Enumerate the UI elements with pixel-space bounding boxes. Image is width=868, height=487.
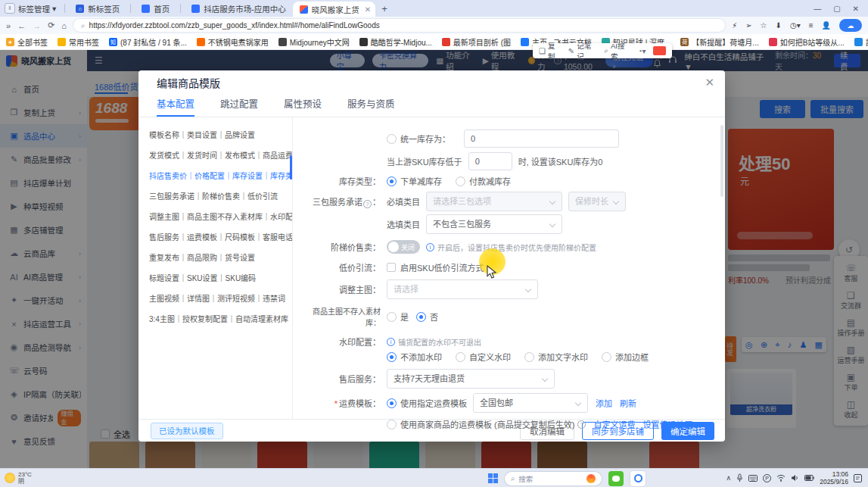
home-icon[interactable]: ⌂ xyxy=(61,21,67,30)
back-icon[interactable]: ← xyxy=(17,21,26,30)
close-window-button[interactable]: ✕ xyxy=(853,5,859,13)
download-icon[interactable]: ⬇ xyxy=(776,21,782,30)
menu-scrollbar-thumb[interactable] xyxy=(290,155,292,180)
refresh-link[interactable]: 刷新 xyxy=(620,397,636,409)
modal-tab[interactable]: 服务与资质 xyxy=(347,95,395,117)
share-icon[interactable]: ➢ xyxy=(745,21,751,30)
tab-douyin-market[interactable]: 抖店服务市场-应用中心 xyxy=(185,0,293,17)
history-icon[interactable]: ◷▾ xyxy=(790,21,801,30)
url-field[interactable]: ⌕ https://xfdyorder.zzbtool.com/zzb_supe… xyxy=(73,19,725,32)
remote-area-link[interactable]: 设置偏远地区 xyxy=(642,418,692,430)
freight-specified-radio[interactable]: 使用指定运费模板 xyxy=(387,397,467,409)
section-menu-item[interactable]: 主图视频｜详情图｜测评短视频｜违禁词 xyxy=(149,289,292,309)
section-menu-item[interactable]: 抖店售卖价｜价格配置｜库存设置｜库存类型 xyxy=(149,166,292,186)
main-image-yes-radio[interactable]: 是 xyxy=(387,311,409,323)
start-button[interactable] xyxy=(488,473,498,483)
note-button[interactable]: ✎记笔记 xyxy=(568,40,597,61)
section-menu-item[interactable]: 标题设置｜SKU设置｜SKU编码 xyxy=(149,268,292,289)
bookmark-item[interactable]: 不锈钢电煮锅家用 xyxy=(197,36,269,48)
help-icon[interactable]: ? xyxy=(577,420,586,429)
warranty-duration-select[interactable]: 保修时长 xyxy=(568,192,626,211)
taskbar-search[interactable]: ⌕ 搜索 xyxy=(505,472,602,485)
watermark-option-radio[interactable]: 添加边框 xyxy=(602,351,649,363)
add-link[interactable]: 添加 xyxy=(596,397,612,409)
forward-icon[interactable]: → xyxy=(33,21,41,30)
profile-icon[interactable]: 👤 xyxy=(822,21,831,30)
watermark-option-radio[interactable]: 添加文字水印 xyxy=(524,351,588,363)
stock-type-payment-radio[interactable]: 付款减库存 xyxy=(456,175,511,187)
freight-template-select[interactable]: 全国包邮 xyxy=(473,393,588,413)
section-menu-item[interactable]: 三包服务承诺｜阶梯价售卖｜低价引流 xyxy=(149,186,292,207)
bookmark-item[interactable]: 凯迪软件官网-商... xyxy=(854,36,868,48)
battery-icon[interactable] xyxy=(804,475,814,481)
wechat-app-icon[interactable] xyxy=(608,471,624,486)
section-menu-item[interactable]: 模板名称｜类目设置｜品牌设置 xyxy=(149,125,292,145)
modal-tab[interactable]: 属性预设 xyxy=(284,95,322,117)
tab-new-tab[interactable]: ⌂新标签页 xyxy=(69,0,126,17)
maximize-button[interactable]: ▢ xyxy=(833,5,840,13)
red-badge[interactable] xyxy=(653,46,666,55)
reload-icon[interactable]: ⟳ xyxy=(48,20,54,30)
bookmark-item[interactable]: Midjourney中文网 xyxy=(278,36,350,48)
main-image-no-radio[interactable]: 否 xyxy=(416,311,438,323)
bookmark-star-icon[interactable]: ☆ xyxy=(761,21,767,30)
cloud-sync-button[interactable]: ☁ xyxy=(839,19,862,32)
tab-home[interactable]: 首页 xyxy=(135,0,176,17)
bookmark-item[interactable]: ★ 全部书签 xyxy=(6,36,48,48)
browser-tab-strip: ‖ 标签管理▾ ⌂新标签页 首页 抖店服务市场-应用中心 晓风搬家上货✕ + —… xyxy=(0,0,868,17)
notification-center-icon[interactable] xyxy=(854,474,862,482)
tab-active-xiaofeng[interactable]: 晓风搬家上货✕ xyxy=(293,2,375,17)
menu-icon[interactable]: ≡ xyxy=(809,21,814,30)
bookmark-item[interactable]: 如何把B站等级从... xyxy=(769,36,845,48)
close-icon[interactable]: ✕ xyxy=(705,76,714,89)
freight-merchant-radio[interactable]: 使用商家商品的运费模板 (商品提交复制后生效) xyxy=(387,418,574,430)
touch-keyboard-icon[interactable] xyxy=(748,475,758,482)
tier-price-toggle[interactable]: 关闭 xyxy=(387,240,420,254)
input-method-icon[interactable]: P xyxy=(763,474,771,482)
copy-button[interactable]: ❏复制 xyxy=(539,40,562,61)
section-menu-item[interactable]: 调整主图｜商品主图不存入素材库｜水印配置 xyxy=(149,207,292,227)
modal-tab[interactable]: 基本配置 xyxy=(157,95,194,117)
default-template-button[interactable]: 已设为默认模板 xyxy=(151,423,223,439)
microphone-icon[interactable] xyxy=(736,473,743,482)
weather-widget[interactable]: 23°C阴 xyxy=(5,471,32,485)
watermark-option-radio[interactable]: 自定义水印 xyxy=(456,351,511,363)
bookmark-item[interactable]: 最新项目剖析 (图 xyxy=(442,36,511,48)
ai-search-button[interactable]: ⌕AI搜索 xyxy=(604,40,630,61)
tab-close-icon[interactable]: ✕ xyxy=(365,5,371,14)
taskbar-clock[interactable]: 13:062025/9/16 xyxy=(820,470,848,485)
custom-freight-link[interactable]: 自定义运费 xyxy=(593,418,635,430)
watermark-option-radio[interactable]: 不添加水印 xyxy=(387,351,442,363)
flash-icon[interactable]: ⚡ xyxy=(732,21,737,30)
modal-tab[interactable]: 跳过配置 xyxy=(220,95,258,117)
bookmark-item[interactable]: 荷 【新提醒】荷塘月... xyxy=(680,36,758,48)
form-scrollbar-thumb[interactable] xyxy=(720,125,723,197)
unified-stock-radio[interactable]: 统一库存为： xyxy=(387,133,450,145)
extension-icon[interactable]: ‖ xyxy=(5,3,15,14)
three-pack-required-select[interactable]: 请选择三包选项 xyxy=(426,192,562,211)
info-icon[interactable]: ? xyxy=(363,200,372,208)
section-menu-item[interactable]: 3:4主图｜授权复制配置｜自动清理素材库 xyxy=(149,309,292,329)
bookmark-item[interactable]: 常用书签 xyxy=(58,36,99,48)
adjust-image-select[interactable]: 请选择 xyxy=(387,279,538,299)
three-pack-optional-select[interactable]: 不包含三包服务 xyxy=(426,214,562,234)
bookmark-item[interactable]: 知 (87 封私信 / 91 条... xyxy=(109,36,187,48)
section-menu-item[interactable]: 发货模式｜发货时间｜发布模式｜商品运费处理 xyxy=(149,145,292,166)
stock-type-order-radio[interactable]: 下单减库存 xyxy=(387,175,442,187)
minimize-button[interactable]: — xyxy=(814,5,821,13)
new-tab-button[interactable]: + xyxy=(381,3,387,14)
overflow-icon[interactable]: » xyxy=(6,21,11,30)
aftersale-select[interactable]: 支持7天无理由退货 xyxy=(387,369,555,389)
bookmark-item[interactable]: 酷酷哲学-Midjou... xyxy=(359,36,432,48)
volume-icon[interactable] xyxy=(791,474,799,482)
section-menu-item[interactable]: 重复发布｜商品限购｜货号设置 xyxy=(149,248,292,268)
unified-stock-input[interactable]: 0 xyxy=(464,130,619,148)
more-icon[interactable]: ◔▾ xyxy=(638,47,646,55)
hidden-icons-chevron[interactable]: ∧ xyxy=(726,474,732,482)
tab-manager-button[interactable]: 标签管理▾ xyxy=(18,3,56,14)
low-stock-threshold-input[interactable]: 0 xyxy=(468,152,512,170)
section-menu-item[interactable]: 售后服务｜运费模板｜尺码模板｜客服电话 xyxy=(149,227,292,248)
browser-app-icon[interactable] xyxy=(630,471,646,486)
wifi-icon[interactable] xyxy=(776,474,786,482)
low-price-checkbox[interactable] xyxy=(387,263,396,272)
